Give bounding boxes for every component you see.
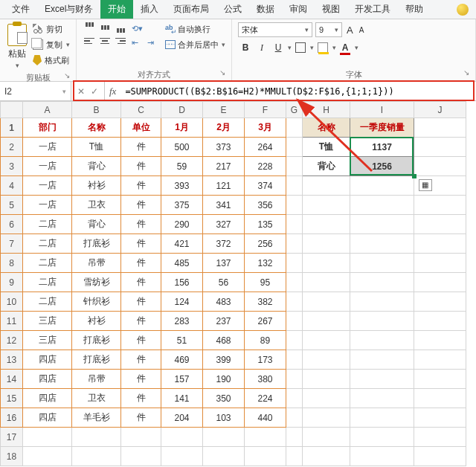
align-middle-button[interactable] xyxy=(98,22,112,33)
cell[interactable] xyxy=(23,428,72,447)
cell[interactable] xyxy=(286,350,303,370)
cell[interactable]: 四店 xyxy=(23,370,72,389)
row-header[interactable]: 12 xyxy=(1,331,23,350)
row-header[interactable]: 15 xyxy=(1,389,23,408)
cell[interactable]: 59 xyxy=(161,157,203,176)
accept-formula-button[interactable]: ✓ xyxy=(91,86,98,97)
cell[interactable] xyxy=(350,196,414,215)
cell[interactable] xyxy=(286,292,303,312)
cell[interactable] xyxy=(414,447,466,466)
wrap-text-button[interactable]: 自动换行 xyxy=(165,22,225,36)
col-A[interactable]: A xyxy=(23,102,72,118)
cell[interactable] xyxy=(286,254,303,273)
cell[interactable]: 440 xyxy=(245,408,286,428)
cell[interactable] xyxy=(350,176,414,196)
cell[interactable] xyxy=(121,428,161,447)
cell[interactable]: 399 xyxy=(203,350,245,370)
autofill-options-button[interactable]: ▦ xyxy=(419,179,432,191)
cell[interactable] xyxy=(286,370,303,389)
cell[interactable]: 156 xyxy=(161,273,203,292)
cell[interactable] xyxy=(303,350,350,370)
align-bottom-button[interactable] xyxy=(114,22,127,33)
merge-center-button[interactable]: 合并后居中▾ xyxy=(165,38,225,51)
cell[interactable]: 打底衫 xyxy=(72,331,121,350)
align-dialog-icon[interactable]: ↘ xyxy=(219,66,225,80)
copy-button[interactable]: 复制▾ xyxy=(33,38,70,51)
cell[interactable]: 件 xyxy=(121,234,161,254)
row-header[interactable]: 10 xyxy=(1,292,23,312)
cell[interactable] xyxy=(23,447,72,466)
cell[interactable]: 件 xyxy=(121,196,161,215)
cell[interactable]: 1137 xyxy=(350,138,414,157)
cell[interactable]: 228 xyxy=(245,157,286,176)
cell[interactable]: 件 xyxy=(121,408,161,428)
cell[interactable]: 121 xyxy=(203,176,245,196)
cell[interactable] xyxy=(414,312,466,331)
cell[interactable]: 卫衣 xyxy=(72,196,121,215)
cell[interactable]: 二店 xyxy=(23,273,72,292)
cell[interactable]: 件 xyxy=(121,254,161,273)
shrink-font-button[interactable]: A xyxy=(358,26,366,34)
cell[interactable]: 375 xyxy=(161,196,203,215)
cell[interactable]: 137 xyxy=(203,254,245,273)
cell[interactable]: 341 xyxy=(203,196,245,215)
grow-font-button[interactable]: A xyxy=(345,25,355,36)
row-header[interactable]: 13 xyxy=(1,350,23,370)
cell[interactable] xyxy=(286,215,303,234)
cell[interactable] xyxy=(286,176,303,196)
cell[interactable] xyxy=(286,138,303,157)
cell[interactable] xyxy=(121,447,161,466)
cell[interactable]: 名称 xyxy=(72,118,121,138)
cell[interactable]: 件 xyxy=(121,389,161,408)
cell[interactable] xyxy=(303,176,350,196)
cell[interactable]: 四店 xyxy=(23,350,72,370)
cell[interactable]: 件 xyxy=(121,331,161,350)
col-C[interactable]: C xyxy=(121,102,161,118)
cell[interactable] xyxy=(414,428,466,447)
col-D[interactable]: D xyxy=(161,102,203,118)
cell[interactable] xyxy=(414,215,466,234)
cell[interactable] xyxy=(286,196,303,215)
cell[interactable] xyxy=(350,254,414,273)
cell[interactable] xyxy=(303,408,350,428)
cell[interactable]: 2月 xyxy=(203,118,245,138)
cell[interactable]: 89 xyxy=(245,331,286,350)
col-F[interactable]: F xyxy=(245,102,286,118)
row-header[interactable]: 11 xyxy=(1,312,23,331)
cell[interactable] xyxy=(303,215,350,234)
col-H[interactable]: H xyxy=(303,102,350,118)
row-header[interactable]: 9 xyxy=(1,273,23,292)
cell[interactable]: 124 xyxy=(161,292,203,312)
spreadsheet-grid[interactable]: A B C D E F G H I J 1部门名称单位1月2月3月名称一季度销量… xyxy=(0,101,476,466)
cell[interactable]: 327 xyxy=(203,215,245,234)
cell[interactable]: 3月 xyxy=(245,118,286,138)
cell[interactable]: T恤 xyxy=(72,138,121,157)
cell[interactable] xyxy=(286,312,303,331)
cell[interactable] xyxy=(414,331,466,350)
cell[interactable]: 204 xyxy=(161,408,203,428)
cell[interactable]: 吊带 xyxy=(72,370,121,389)
cell[interactable] xyxy=(286,389,303,408)
cell[interactable]: 290 xyxy=(161,215,203,234)
row-header[interactable]: 8 xyxy=(1,254,23,273)
border-button[interactable] xyxy=(293,40,308,55)
cell[interactable] xyxy=(414,234,466,254)
cell[interactable] xyxy=(203,428,245,447)
cell[interactable]: 三店 xyxy=(23,331,72,350)
cell[interactable]: 二店 xyxy=(23,292,72,312)
cell[interactable] xyxy=(350,234,414,254)
cell[interactable]: 103 xyxy=(203,408,245,428)
menu-help[interactable]: 帮助 xyxy=(398,0,431,19)
cell[interactable] xyxy=(350,292,414,312)
cell[interactable] xyxy=(303,196,350,215)
cell[interactable] xyxy=(303,428,350,447)
cell[interactable] xyxy=(203,447,245,466)
row-header[interactable]: 7 xyxy=(1,234,23,254)
menu-devtools[interactable]: 开发工具 xyxy=(347,0,398,19)
cell[interactable]: 雪纺衫 xyxy=(72,273,121,292)
cell[interactable] xyxy=(350,370,414,389)
cell[interactable] xyxy=(414,370,466,389)
menu-insert[interactable]: 插入 xyxy=(133,0,166,19)
bold-button[interactable]: B xyxy=(238,40,253,55)
cell[interactable] xyxy=(161,447,203,466)
